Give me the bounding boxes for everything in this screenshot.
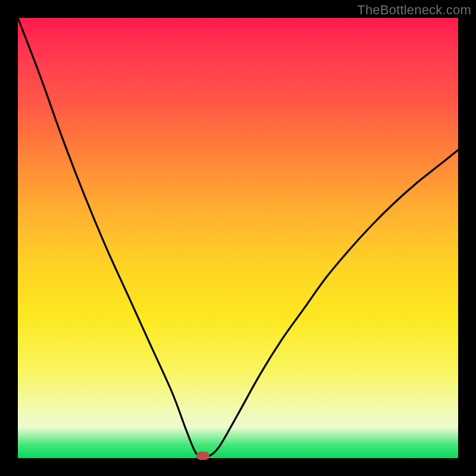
chart-plot-area: [18, 18, 458, 458]
chart-svg: [18, 18, 458, 458]
watermark-text: TheBottleneck.com: [357, 2, 471, 18]
optimal-point-marker: [196, 452, 209, 460]
bottleneck-curve: [18, 18, 458, 456]
chart-frame: TheBottleneck.com: [0, 0, 476, 476]
